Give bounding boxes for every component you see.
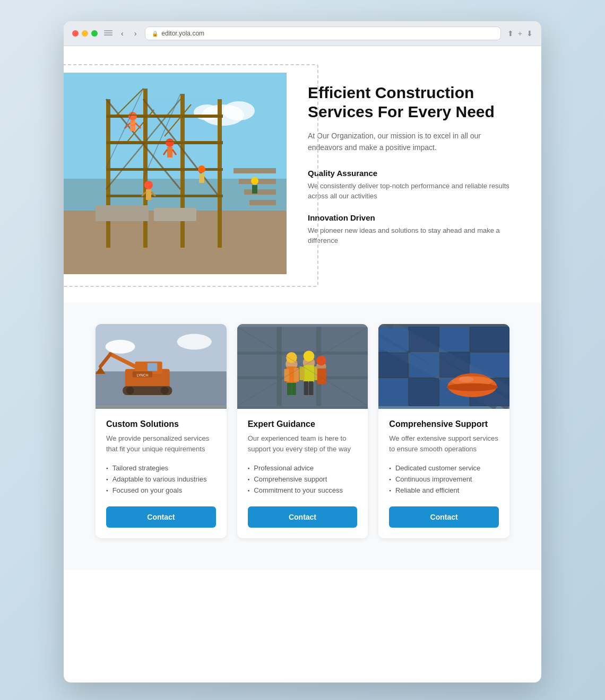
- svg-rect-80: [309, 381, 313, 395]
- svg-rect-39: [252, 185, 257, 194]
- list-item: Continuous improvement: [389, 474, 499, 485]
- svg-rect-95: [378, 353, 408, 378]
- card-list-expert: Professional advice Comprehensive suppor…: [248, 462, 358, 496]
- svg-point-58: [161, 387, 169, 395]
- svg-rect-92: [409, 327, 439, 352]
- feature-title-quality: Quality Assurance: [308, 169, 509, 178]
- svg-rect-43: [154, 208, 196, 221]
- svg-text:LYNCH: LYNCH: [137, 373, 149, 377]
- svg-rect-94: [470, 327, 509, 352]
- card-title-support: Comprehensive Support: [389, 419, 499, 429]
- svg-rect-79: [304, 381, 308, 395]
- minimize-button[interactable]: [82, 30, 88, 37]
- list-item: Comprehensive support: [248, 474, 358, 485]
- card-list-support: Dedicated customer service Continuous im…: [389, 462, 499, 496]
- svg-rect-29: [146, 189, 151, 200]
- svg-rect-13: [106, 195, 223, 197]
- svg-point-82: [316, 356, 326, 366]
- browser-window: ‹ › 🔒 editor.yola.com ⬆ + ⬇: [64, 21, 541, 682]
- toolbar-actions: ⬆ + ⬇: [507, 29, 533, 38]
- list-item: Professional advice: [248, 462, 358, 474]
- card-body-support: Comprehensive Support We offer extensive…: [378, 409, 509, 538]
- svg-rect-99: [378, 378, 408, 406]
- svg-rect-76: [303, 365, 314, 382]
- sidebar-toggle-icon[interactable]: [104, 30, 113, 37]
- cards-grid: LYNCH Custom Solutions We provide person…: [96, 324, 509, 538]
- card-image-excavator: LYNCH: [96, 324, 227, 409]
- svg-point-38: [251, 177, 258, 185]
- card-body-custom: Custom Solutions We provide personalized…: [96, 409, 227, 538]
- svg-point-75: [303, 351, 314, 361]
- card-expert-guidance: Expert Guidance Our experienced team is …: [237, 324, 368, 538]
- maximize-button[interactable]: [91, 30, 98, 37]
- svg-rect-77: [299, 366, 304, 380]
- back-button[interactable]: ‹: [119, 28, 126, 39]
- hero-image: [64, 73, 287, 274]
- svg-point-48: [106, 340, 135, 354]
- feature-desc-quality: We consistently deliver top-notch perfor…: [308, 181, 509, 202]
- card-desc-expert: Our experienced team is here to support …: [248, 433, 358, 454]
- feature-title-innovation: Innovation Driven: [308, 213, 509, 222]
- card-image-solar: [378, 324, 509, 409]
- svg-point-57: [126, 387, 134, 395]
- svg-rect-42: [96, 205, 149, 221]
- svg-rect-21: [130, 120, 135, 131]
- svg-rect-9: [218, 99, 222, 248]
- svg-rect-65: [237, 352, 368, 355]
- address-bar[interactable]: 🔒 editor.yola.com: [145, 27, 500, 40]
- svg-rect-52: [148, 363, 158, 371]
- svg-point-20: [128, 112, 137, 120]
- list-item: Focused on your goals: [106, 485, 216, 496]
- list-item: Commitment to your success: [248, 485, 358, 496]
- contact-button-support[interactable]: Contact: [389, 506, 499, 528]
- hero-text: Efficient Construction Services For Ever…: [308, 73, 509, 258]
- svg-rect-34: [234, 168, 276, 173]
- lock-icon: 🔒: [152, 31, 158, 37]
- hero-section: Efficient Construction Services For Ever…: [64, 46, 541, 303]
- contact-button-expert[interactable]: Contact: [248, 506, 358, 528]
- svg-point-32: [198, 165, 205, 173]
- svg-point-24: [166, 138, 174, 147]
- svg-rect-25: [167, 147, 172, 158]
- svg-rect-72: [287, 383, 291, 395]
- browser-toolbar: ‹ › 🔒 editor.yola.com ⬆ + ⬇: [64, 21, 541, 46]
- svg-rect-97: [440, 353, 470, 378]
- page-content: Efficient Construction Services For Ever…: [64, 46, 541, 682]
- cards-section: LYNCH Custom Solutions We provide person…: [64, 303, 541, 570]
- feature-desc-innovation: We pioneer new ideas and solutions to st…: [308, 225, 509, 246]
- svg-rect-33: [199, 173, 204, 183]
- svg-rect-91: [378, 327, 408, 352]
- card-comprehensive-support: Comprehensive Support We offer extensive…: [378, 324, 509, 538]
- svg-point-28: [144, 181, 153, 189]
- hero-title: Efficient Construction Services For Ever…: [308, 83, 509, 121]
- card-body-expert: Expert Guidance Our experienced team is …: [237, 409, 368, 538]
- add-tab-button[interactable]: +: [518, 29, 522, 38]
- svg-rect-6: [106, 99, 110, 248]
- card-desc-custom: We provide personalized services that fi…: [106, 433, 216, 454]
- card-list-custom: Tailored strategies Adaptable to various…: [106, 462, 216, 496]
- close-button[interactable]: [72, 30, 79, 37]
- svg-point-4: [194, 104, 220, 120]
- svg-point-107: [447, 383, 498, 391]
- svg-rect-37: [249, 200, 276, 205]
- svg-rect-63: [276, 327, 281, 406]
- card-desc-support: We offer extensive support services to e…: [389, 433, 499, 454]
- svg-point-49: [177, 334, 212, 350]
- contact-button-custom[interactable]: Contact: [106, 506, 216, 528]
- svg-rect-73: [291, 383, 296, 395]
- card-title-expert: Expert Guidance: [248, 419, 358, 429]
- list-item: Reliable and efficient: [389, 485, 499, 496]
- share-button[interactable]: ⬆: [507, 29, 514, 38]
- card-image-workers: [237, 324, 368, 409]
- feature-item-innovation: Innovation Driven We pioneer new ideas a…: [308, 213, 509, 246]
- card-custom-solutions: LYNCH Custom Solutions We provide person…: [96, 324, 227, 538]
- svg-point-106: [459, 377, 474, 382]
- svg-rect-36: [244, 189, 276, 195]
- downloads-button[interactable]: ⬇: [526, 29, 533, 38]
- list-item: Adaptable to various industries: [106, 474, 216, 485]
- feature-item-quality: Quality Assurance We consistently delive…: [308, 169, 509, 202]
- list-item: Tailored strategies: [106, 462, 216, 474]
- svg-rect-96: [409, 353, 439, 378]
- url-text: editor.yola.com: [161, 30, 204, 37]
- forward-button[interactable]: ›: [132, 28, 139, 39]
